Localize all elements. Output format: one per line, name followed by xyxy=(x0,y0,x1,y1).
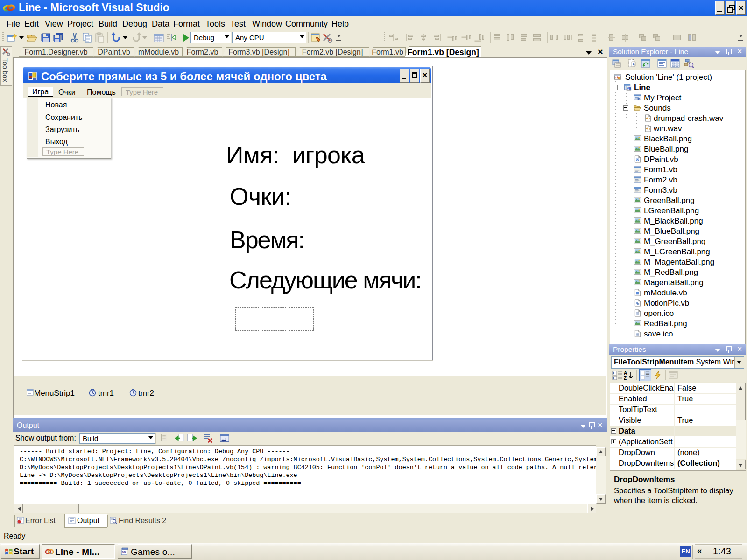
svg-text:W: W xyxy=(122,550,127,554)
svg-text:A: A xyxy=(624,371,627,376)
svg-text:Z: Z xyxy=(624,376,627,380)
